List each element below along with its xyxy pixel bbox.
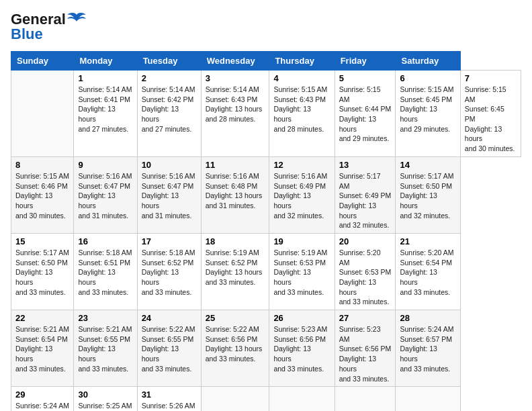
day-cell-27: 27Sunrise: 5:23 AMSunset: 6:56 PMDayligh… [335,310,396,387]
day-info: Sunrise: 5:17 AMSunset: 6:49 PMDaylight:… [339,171,392,230]
day-number: 10 [142,160,197,170]
calendar-header-monday: Monday [74,52,137,71]
empty-cell [201,387,269,411]
day-info: Sunrise: 5:15 AMSunset: 6:45 PMDaylight:… [400,85,455,134]
day-info: Sunrise: 5:19 AMSunset: 6:52 PMDaylight:… [206,248,265,287]
day-info: Sunrise: 5:22 AMSunset: 6:55 PMDaylight:… [142,324,197,373]
day-cell-11: 11Sunrise: 5:16 AMSunset: 6:48 PMDayligh… [201,156,269,233]
day-number: 29 [15,390,69,400]
day-info: Sunrise: 5:18 AMSunset: 6:51 PMDaylight:… [78,248,132,297]
day-cell-7: 7Sunrise: 5:15 AMSunset: 6:45 PMDaylight… [460,71,521,157]
day-info: Sunrise: 5:16 AMSunset: 6:47 PMDaylight:… [78,171,132,220]
day-number: 7 [465,73,517,83]
day-number: 8 [15,160,69,170]
day-number: 3 [206,73,265,83]
day-cell-1: 1Sunrise: 5:14 AMSunset: 6:41 PMDaylight… [74,71,137,157]
empty-cell [335,387,396,411]
day-info: Sunrise: 5:24 AMSunset: 6:57 PMDaylight:… [400,324,455,373]
day-info: Sunrise: 5:22 AMSunset: 6:56 PMDaylight:… [206,324,265,364]
day-cell-8: 8Sunrise: 5:15 AMSunset: 6:46 PMDaylight… [11,156,74,233]
day-number: 9 [78,160,132,170]
day-number: 6 [400,73,455,83]
day-info: Sunrise: 5:23 AMSunset: 6:56 PMDaylight:… [273,324,330,373]
day-cell-20: 20Sunrise: 5:20 AMSunset: 6:53 PMDayligh… [335,233,396,310]
day-number: 2 [142,73,197,83]
day-info: Sunrise: 5:15 AMSunset: 6:46 PMDaylight:… [15,171,69,220]
day-cell-3: 3Sunrise: 5:14 AMSunset: 6:43 PMDaylight… [201,71,269,157]
day-number: 24 [142,313,197,323]
day-info: Sunrise: 5:14 AMSunset: 6:41 PMDaylight:… [78,85,132,134]
day-number: 23 [78,313,132,323]
empty-cell [269,387,335,411]
day-number: 26 [273,313,330,323]
day-number: 11 [206,160,265,170]
day-info: Sunrise: 5:15 AMSunset: 6:45 PMDaylight:… [465,85,517,154]
day-info: Sunrise: 5:20 AMSunset: 6:54 PMDaylight:… [400,248,455,297]
day-cell-17: 17Sunrise: 5:18 AMSunset: 6:52 PMDayligh… [137,233,201,310]
day-number: 25 [206,313,265,323]
day-cell-25: 25Sunrise: 5:22 AMSunset: 6:56 PMDayligh… [201,310,269,387]
day-info: Sunrise: 5:21 AMSunset: 6:54 PMDaylight:… [15,324,69,373]
calendar-week-1: 1Sunrise: 5:14 AMSunset: 6:41 PMDaylight… [11,71,521,157]
calendar-header-friday: Friday [335,52,396,71]
day-cell-2: 2Sunrise: 5:14 AMSunset: 6:42 PMDaylight… [137,71,201,157]
day-number: 1 [78,73,132,83]
day-number: 14 [400,160,455,170]
day-info: Sunrise: 5:16 AMSunset: 6:49 PMDaylight:… [273,171,330,220]
day-number: 27 [339,313,392,323]
day-number: 21 [400,236,455,246]
calendar-header-wednesday: Wednesday [201,52,269,71]
day-number: 13 [339,160,392,170]
day-cell-31: 31Sunrise: 5:26 AMSunset: 6:58 PMDayligh… [137,387,201,411]
day-info: Sunrise: 5:23 AMSunset: 6:56 PMDaylight:… [339,324,392,383]
day-number: 30 [78,390,132,400]
calendar-header-row: SundayMondayTuesdayWednesdayThursdayFrid… [11,52,521,71]
empty-cell [396,387,460,411]
logo-bird-icon [67,12,86,27]
empty-cell [11,71,74,157]
day-info: Sunrise: 5:14 AMSunset: 6:42 PMDaylight:… [142,85,197,134]
day-cell-23: 23Sunrise: 5:21 AMSunset: 6:55 PMDayligh… [74,310,137,387]
day-cell-14: 14Sunrise: 5:17 AMSunset: 6:50 PMDayligh… [396,156,460,233]
day-cell-30: 30Sunrise: 5:25 AMSunset: 6:58 PMDayligh… [74,387,137,411]
day-info: Sunrise: 5:17 AMSunset: 6:50 PMDaylight:… [15,248,69,297]
day-info: Sunrise: 5:16 AMSunset: 6:48 PMDaylight:… [206,171,265,211]
day-number: 31 [142,390,197,400]
day-info: Sunrise: 5:17 AMSunset: 6:50 PMDaylight:… [400,171,455,220]
day-cell-28: 28Sunrise: 5:24 AMSunset: 6:57 PMDayligh… [396,310,460,387]
day-number: 18 [206,236,265,246]
day-cell-16: 16Sunrise: 5:18 AMSunset: 6:51 PMDayligh… [74,233,137,310]
day-number: 17 [142,236,197,246]
logo-blue-text: Blue [11,26,43,43]
day-info: Sunrise: 5:26 AMSunset: 6:58 PMDaylight:… [142,401,197,411]
calendar-table: SundayMondayTuesdayWednesdayThursdayFrid… [11,51,521,411]
day-info: Sunrise: 5:25 AMSunset: 6:58 PMDaylight:… [78,401,132,411]
day-cell-22: 22Sunrise: 5:21 AMSunset: 6:54 PMDayligh… [11,310,74,387]
day-cell-24: 24Sunrise: 5:22 AMSunset: 6:55 PMDayligh… [137,310,201,387]
day-cell-19: 19Sunrise: 5:19 AMSunset: 6:53 PMDayligh… [269,233,335,310]
day-cell-21: 21Sunrise: 5:20 AMSunset: 6:54 PMDayligh… [396,233,460,310]
calendar-header-saturday: Saturday [396,52,460,71]
day-cell-10: 10Sunrise: 5:16 AMSunset: 6:47 PMDayligh… [137,156,201,233]
day-info: Sunrise: 5:15 AMSunset: 6:43 PMDaylight:… [273,85,330,134]
day-cell-5: 5Sunrise: 5:15 AMSunset: 6:44 PMDaylight… [335,71,396,157]
day-info: Sunrise: 5:16 AMSunset: 6:47 PMDaylight:… [142,171,197,220]
day-number: 28 [400,313,455,323]
day-cell-12: 12Sunrise: 5:16 AMSunset: 6:49 PMDayligh… [269,156,335,233]
day-info: Sunrise: 5:15 AMSunset: 6:44 PMDaylight:… [339,85,392,144]
day-info: Sunrise: 5:14 AMSunset: 6:43 PMDaylight:… [206,85,265,124]
page-header: General Blue [11,11,521,43]
day-cell-4: 4Sunrise: 5:15 AMSunset: 6:43 PMDaylight… [269,71,335,157]
day-number: 15 [15,236,69,246]
day-info: Sunrise: 5:24 AMSunset: 6:57 PMDaylight:… [15,401,69,411]
calendar-header-sunday: Sunday [11,52,74,71]
day-cell-13: 13Sunrise: 5:17 AMSunset: 6:49 PMDayligh… [335,156,396,233]
day-cell-15: 15Sunrise: 5:17 AMSunset: 6:50 PMDayligh… [11,233,74,310]
day-number: 4 [273,73,330,83]
day-number: 20 [339,236,392,246]
calendar-week-2: 8Sunrise: 5:15 AMSunset: 6:46 PMDaylight… [11,156,521,233]
day-cell-29: 29Sunrise: 5:24 AMSunset: 6:57 PMDayligh… [11,387,74,411]
day-number: 19 [273,236,330,246]
logo: General Blue [11,11,86,43]
day-number: 16 [78,236,132,246]
